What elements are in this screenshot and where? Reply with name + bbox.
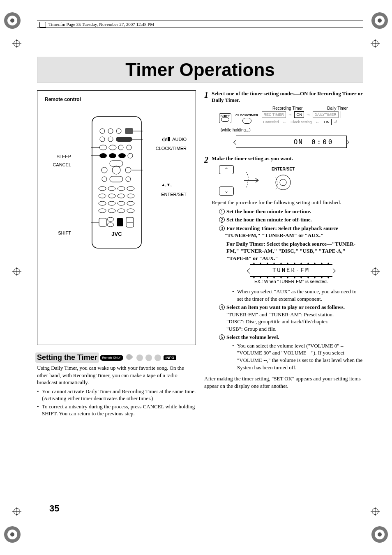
svg-point-11 xyxy=(99,145,107,150)
substep-4: 4Select an item you want to play or reco… xyxy=(219,304,363,332)
section-intro: Using Daily Timer, you can wake up with … xyxy=(37,364,196,386)
svg-point-47 xyxy=(107,223,114,227)
page-title-band: Timer Operations xyxy=(37,57,363,83)
svg-point-46 xyxy=(107,217,114,221)
callout-audio: ⏻/❚ AUDIO xyxy=(162,137,187,142)
enter-set-label: ENTER/SET xyxy=(271,167,295,171)
svg-point-3 xyxy=(116,129,121,134)
circled-1-icon: 1 xyxy=(219,209,225,214)
callout-cancel: CANCEL xyxy=(46,162,71,167)
svg-rect-45 xyxy=(99,218,106,226)
svg-point-12 xyxy=(109,145,116,150)
svg-point-34 xyxy=(118,194,125,198)
svg-point-42 xyxy=(118,209,125,213)
step-2-substeps: 1Set the hour then minute for on-time. 2… xyxy=(219,208,363,371)
step-2-diagram: ⌃ ⌄ ENTER/SET xyxy=(219,165,363,196)
flow-clock-setting: Clock setting xyxy=(289,119,314,125)
step-number: 2 xyxy=(204,155,212,389)
page-number: 35 xyxy=(49,503,59,514)
svg-point-22 xyxy=(112,166,120,174)
step-1-diagram: Recording Timer Daily Timer SHIFT CLOCK/… xyxy=(219,106,363,148)
step-1: 1 Select one of the timer setting modes—… xyxy=(204,90,363,150)
callout-enter-set: ▲,▼, ENTER/SET xyxy=(161,177,187,197)
svg-rect-25 xyxy=(110,176,123,182)
svg-point-28 xyxy=(99,187,106,191)
crop-mark-icon xyxy=(4,12,21,29)
svg-rect-4 xyxy=(125,128,133,134)
lcd-source-text: TUNER-FM xyxy=(272,267,310,274)
flow-canceled: Canceled xyxy=(262,119,281,125)
registration-cross-icon xyxy=(12,39,21,48)
section-heading: Setting the Timer xyxy=(37,353,97,362)
svg-point-30 xyxy=(118,187,125,191)
step-1-lead: Select one of the timer setting modes—ON… xyxy=(212,90,363,104)
svg-point-41 xyxy=(108,209,115,213)
svg-rect-0 xyxy=(92,117,141,248)
arrow-left-icon: ← xyxy=(282,120,287,124)
circled-2-icon: 2 xyxy=(219,217,225,223)
callout-shift: SHIFT xyxy=(46,230,71,235)
svg-point-7 xyxy=(108,137,113,142)
svg-point-21 xyxy=(101,167,107,173)
substep-1: 1Set the hour then minute for on-time. xyxy=(219,208,363,215)
arrow-left-icon: ← xyxy=(315,120,320,124)
svg-point-36 xyxy=(99,201,106,205)
crop-mark-icon xyxy=(371,526,388,543)
step-number: 1 xyxy=(204,90,212,150)
registration-cross-icon xyxy=(371,507,380,516)
circled-3-icon: 3 xyxy=(219,226,225,231)
step-2-closing: After making the timer setting, "SET OK"… xyxy=(204,375,363,389)
page: Timer.fm Page 35 Tuesday, November 27, 2… xyxy=(0,0,392,555)
flow-on-1: ON xyxy=(294,111,304,118)
remote-only-badge: Remote ONLY xyxy=(100,355,123,361)
section-heading-row: Setting the Timer Remote ONLY INFO xyxy=(37,353,196,362)
volume-note: You can select the volume level ("VOLUME… xyxy=(232,342,363,371)
svg-rect-20 xyxy=(110,161,123,166)
flow-daily-timer: DAILYTIMER xyxy=(313,111,339,118)
svg-point-1 xyxy=(100,129,105,134)
svg-rect-48 xyxy=(117,218,123,226)
substep-3: 3For Recording Timer: Select the playbac… xyxy=(219,225,363,303)
power-audio-icon: ⏻/❚ xyxy=(162,137,173,142)
section-notes: You cannot activate Daily Timer and Reco… xyxy=(37,388,196,417)
lcd-display: ON 0:00 xyxy=(236,136,347,148)
note-item: You cannot activate Daily Timer and Reco… xyxy=(37,388,196,402)
aux-note: When you select "AUX" as the source, you… xyxy=(232,288,363,302)
crop-mark-icon xyxy=(371,12,388,29)
svg-point-17 xyxy=(109,153,116,158)
remote-brand-text: JVC xyxy=(111,231,122,237)
flow-rec-timer: REC TIMER xyxy=(262,111,286,118)
svg-point-33 xyxy=(108,194,115,198)
svg-point-39 xyxy=(127,201,134,205)
callout-clock-timer: CLOCK/TIMER xyxy=(156,146,187,151)
svg-point-18 xyxy=(118,153,126,158)
step-2: 2 Make the timer setting as you want. ⌃ … xyxy=(204,155,363,389)
svg-point-29 xyxy=(108,187,115,191)
svg-point-13 xyxy=(118,145,123,150)
circled-5-icon: 5 xyxy=(219,334,225,340)
svg-point-19 xyxy=(128,153,133,158)
while-holding-label: (while holding...) xyxy=(221,128,363,132)
registration-cross-icon xyxy=(371,267,380,276)
svg-point-35 xyxy=(127,194,134,198)
svg-point-14 xyxy=(127,145,131,150)
substep-4-line-c: "USB": Group and file. xyxy=(226,325,363,333)
circled-4-icon: 4 xyxy=(219,304,225,310)
registration-cross-icon xyxy=(371,39,380,48)
step-2-lead: Make the timer setting as you want. xyxy=(212,155,363,162)
arrow-right-icon: → xyxy=(288,112,293,117)
header-text: Timer.fm Page 35 Tuesday, November 27, 2… xyxy=(48,22,154,27)
enter-set-button-icon xyxy=(271,172,295,193)
svg-point-37 xyxy=(108,201,115,205)
info-badge: INFO xyxy=(164,355,177,360)
up-down-arrows-icon: ▲,▼, xyxy=(161,182,171,187)
flow-on-2: ON xyxy=(322,119,332,125)
right-column: 1 Select one of the timer setting modes—… xyxy=(204,90,363,418)
disc-icon xyxy=(145,355,152,361)
lcd-time-text: 0:00 xyxy=(311,138,334,146)
registration-cross-icon xyxy=(12,507,21,516)
svg-point-2 xyxy=(108,129,113,134)
lcd-on-text: ON xyxy=(294,138,303,146)
disc-icon xyxy=(136,355,143,361)
svg-point-32 xyxy=(99,194,106,198)
